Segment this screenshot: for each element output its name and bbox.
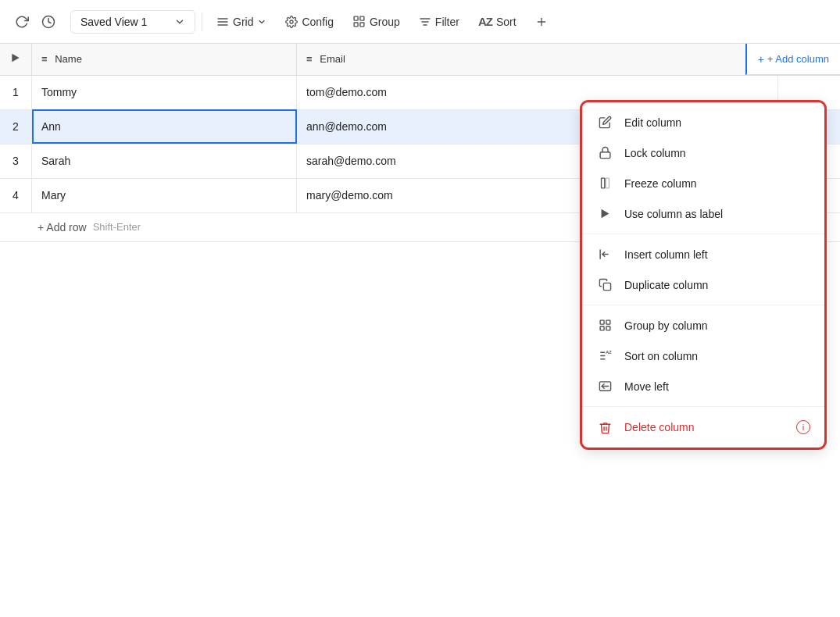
filter-label: Filter xyxy=(435,16,459,28)
svg-rect-7 xyxy=(354,23,358,27)
history-button[interactable] xyxy=(36,9,61,34)
plus-col-icon: + xyxy=(758,53,764,66)
grid-label: Grid xyxy=(233,16,253,28)
trash-icon xyxy=(596,421,613,434)
grid-button[interactable]: Grid xyxy=(209,11,274,33)
svg-text:AZ: AZ xyxy=(606,350,612,355)
menu-item-delete-column[interactable]: Delete columni xyxy=(582,412,824,443)
svg-rect-15 xyxy=(600,152,610,159)
toolbar: Saved View 1 Grid Config Group xyxy=(0,0,840,44)
label-arrow-icon xyxy=(596,207,613,220)
svg-rect-21 xyxy=(603,283,610,290)
duplicate-icon xyxy=(596,278,613,291)
menu-item-label-insert-left: Insert column left xyxy=(624,248,810,261)
delete-info-icon[interactable]: i xyxy=(796,420,810,434)
move-left-icon xyxy=(596,380,613,393)
add-row-label: + Add row xyxy=(38,221,87,234)
menu-item-label-freeze-column: Freeze column xyxy=(624,177,810,190)
row-number: 2 xyxy=(0,109,32,144)
refresh-button[interactable] xyxy=(9,9,34,34)
menu-item-freeze-column[interactable]: Freeze column xyxy=(582,168,824,198)
name-cell[interactable]: Sarah xyxy=(32,144,297,178)
menu-item-label-move-left: Move left xyxy=(624,380,810,393)
saved-view-dropdown[interactable]: Saved View 1 xyxy=(70,10,195,34)
config-label: Config xyxy=(302,16,333,28)
menu-item-label-edit-column: Edit column xyxy=(624,116,810,129)
menu-section-3: Group by columnAZSort on columnMove left xyxy=(582,305,824,407)
menu-item-sort-on[interactable]: AZSort on column xyxy=(582,341,824,371)
menu-section-2: Insert column leftDuplicate column xyxy=(582,234,824,305)
menu-item-label-sort-on: Sort on column xyxy=(624,350,810,362)
add-row-shortcut: Shift-Enter xyxy=(93,221,141,233)
row-number: 1 xyxy=(0,75,32,109)
menu-item-label-lock-column: Lock column xyxy=(624,147,810,159)
menu-item-move-left[interactable]: Move left xyxy=(582,371,824,401)
svg-rect-17 xyxy=(606,178,609,188)
group-icon xyxy=(352,15,366,28)
menu-item-group-by[interactable]: Group by column xyxy=(582,310,824,341)
group-label: Group xyxy=(370,16,400,28)
svg-rect-6 xyxy=(360,16,364,20)
group-icon xyxy=(596,319,613,332)
add-column-button[interactable]: + + Add column xyxy=(745,44,840,75)
menu-item-duplicate[interactable]: Duplicate column xyxy=(582,269,824,300)
filter-button[interactable]: Filter xyxy=(411,11,467,33)
svg-rect-22 xyxy=(600,320,604,324)
config-icon xyxy=(285,16,298,28)
email-col-icon: ≡ xyxy=(306,53,313,65)
menu-item-label-duplicate: Duplicate column xyxy=(624,279,810,291)
refresh-icon xyxy=(15,15,29,29)
svg-rect-25 xyxy=(606,326,609,330)
name-cell[interactable]: Ann xyxy=(32,109,297,144)
name-cell[interactable]: Tommy xyxy=(32,75,297,109)
svg-point-4 xyxy=(290,20,293,23)
config-button[interactable]: Config xyxy=(277,11,341,33)
row-number: 3 xyxy=(0,144,32,178)
name-cell[interactable]: Mary xyxy=(32,178,297,212)
plus-icon xyxy=(535,16,548,28)
menu-item-edit-column[interactable]: Edit column xyxy=(582,107,824,137)
menu-item-label-use-as-label: Use column as label xyxy=(624,208,810,220)
grid-icon xyxy=(216,16,229,28)
menu-item-label-group-by: Group by column xyxy=(624,319,810,332)
menu-item-label-delete-column: Delete column xyxy=(624,421,785,433)
chevron-down-icon xyxy=(174,16,185,27)
menu-item-lock-column[interactable]: Lock column xyxy=(582,137,824,168)
toolbar-divider-1 xyxy=(202,12,202,31)
row-number: 4 xyxy=(0,178,32,212)
svg-rect-5 xyxy=(354,16,358,20)
email-column-header[interactable]: ≡ Email xyxy=(297,44,777,75)
sort-label: Sort xyxy=(496,16,517,28)
main-content: ≡ Name ≡ Email 1Tommytom@demo.com2Annann… xyxy=(0,44,840,617)
grid-chevron-icon xyxy=(257,17,266,27)
column-context-menu: Edit columnLock columnFreeze columnUse c… xyxy=(582,102,824,448)
insert-left-icon xyxy=(596,248,613,261)
arrow-right-icon xyxy=(9,52,22,64)
sort-icon: AZ xyxy=(596,349,613,362)
svg-marker-14 xyxy=(12,54,19,62)
pencil-icon xyxy=(596,116,613,129)
name-column-header[interactable]: ≡ Name xyxy=(32,44,297,75)
svg-rect-23 xyxy=(606,320,609,324)
name-col-label: Name xyxy=(55,53,82,65)
row-indicator-header xyxy=(0,44,32,75)
more-options-button[interactable] xyxy=(527,11,556,33)
nav-icons xyxy=(9,9,61,34)
menu-item-use-as-label[interactable]: Use column as label xyxy=(582,198,824,229)
freeze-icon xyxy=(596,177,613,190)
svg-marker-18 xyxy=(601,209,609,218)
menu-item-insert-left[interactable]: Insert column left xyxy=(582,239,824,269)
sort-button[interactable]: AZ Sort xyxy=(470,10,524,33)
svg-rect-16 xyxy=(601,178,604,188)
svg-rect-24 xyxy=(600,326,604,330)
menu-section-1: Edit columnLock columnFreeze columnUse c… xyxy=(582,102,824,234)
menu-section-4: Delete columni xyxy=(582,407,824,448)
history-icon xyxy=(41,15,55,29)
filter-icon xyxy=(419,16,431,28)
saved-view-label: Saved View 1 xyxy=(80,16,147,28)
group-button[interactable]: Group xyxy=(345,10,408,33)
email-col-label: Email xyxy=(320,53,345,65)
sort-az-icon: AZ xyxy=(478,15,492,28)
lock-icon xyxy=(596,146,613,159)
svg-rect-8 xyxy=(360,23,364,27)
